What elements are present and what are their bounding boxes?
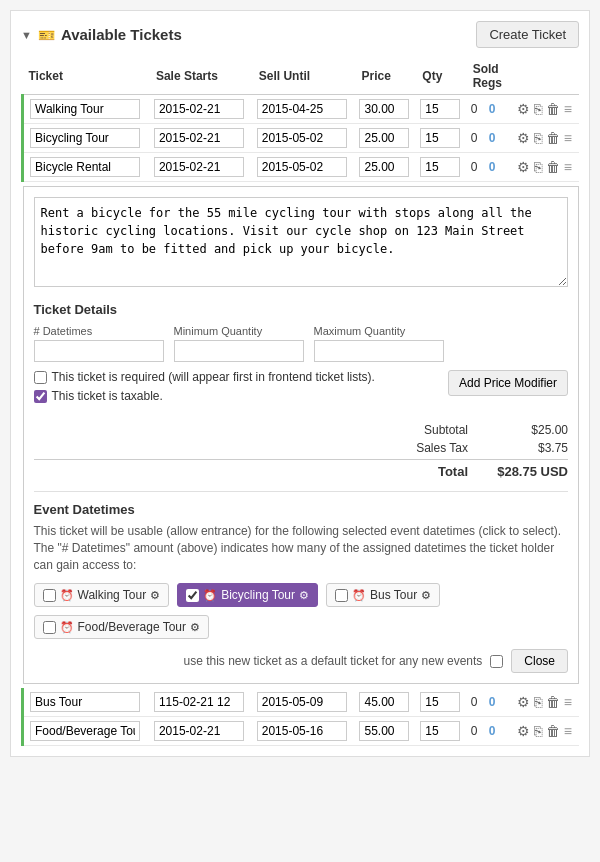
qty-input[interactable] <box>420 721 460 741</box>
drag-handle-icon[interactable]: ≡ <box>564 723 572 739</box>
col-sale-starts: Sale Starts <box>150 58 253 95</box>
ticket-name-input[interactable] <box>30 692 140 712</box>
max-qty-label: Maximum Quantity <box>314 325 444 337</box>
sell-until-input[interactable] <box>257 157 347 177</box>
sales-tax-value: $3.75 <box>488 441 568 455</box>
ticket-name-input[interactable] <box>30 721 140 741</box>
ticket-name-cell <box>23 124 150 153</box>
price-input[interactable] <box>359 99 409 119</box>
datetime-gear-icon-3[interactable]: ⚙ <box>190 621 200 634</box>
datetime-gear-icon-2[interactable]: ⚙ <box>421 589 431 602</box>
sold-regs-separator <box>481 160 484 174</box>
drag-handle-icon[interactable]: ≡ <box>564 694 572 710</box>
default-ticket-checkbox[interactable] <box>490 655 503 668</box>
ticket-name-input[interactable] <box>30 99 140 119</box>
settings-icon[interactable]: ⚙ <box>517 723 530 739</box>
copy-icon[interactable]: ⎘ <box>534 694 542 710</box>
max-qty-field: Maximum Quantity <box>314 325 444 362</box>
copy-icon[interactable]: ⎘ <box>534 159 542 175</box>
settings-icon[interactable]: ⚙ <box>517 159 530 175</box>
copy-icon[interactable]: ⎘ <box>534 130 542 146</box>
sale-starts-cell <box>150 95 253 124</box>
subtotal-row: Subtotal $25.00 <box>34 423 569 437</box>
clock-icon-0: ⏰ <box>60 589 74 602</box>
sale-starts-input[interactable] <box>154 692 244 712</box>
settings-icon[interactable]: ⚙ <box>517 694 530 710</box>
sale-starts-input[interactable] <box>154 99 244 119</box>
datetime-gear-icon-1[interactable]: ⚙ <box>299 589 309 602</box>
section-title: ▼ 🎫 Available Tickets <box>21 26 182 43</box>
create-ticket-button[interactable]: Create Ticket <box>476 21 579 48</box>
qty-input[interactable] <box>420 128 460 148</box>
taxable-checkbox-label[interactable]: This ticket is taxable. <box>34 389 375 403</box>
delete-icon[interactable]: 🗑 <box>546 694 560 710</box>
sale-starts-input[interactable] <box>154 157 244 177</box>
copy-icon[interactable]: ⎘ <box>534 723 542 739</box>
price-input[interactable] <box>359 128 409 148</box>
datetime-gear-icon-0[interactable]: ⚙ <box>150 589 160 602</box>
sale-starts-cell <box>150 124 253 153</box>
sale-starts-cell <box>150 153 253 182</box>
delete-icon[interactable]: 🗑 <box>546 130 560 146</box>
sell-until-input[interactable] <box>257 692 347 712</box>
close-button[interactable]: Close <box>511 649 568 673</box>
required-checkbox-label[interactable]: This ticket is required (will appear fir… <box>34 370 375 384</box>
delete-icon[interactable]: 🗑 <box>546 159 560 175</box>
qty-input[interactable] <box>420 692 460 712</box>
datetime-checkbox-1[interactable] <box>186 589 199 602</box>
sell-until-cell <box>253 95 356 124</box>
actions-cell: ⚙ ⎘ 🗑 ≡ <box>513 153 579 182</box>
drag-handle-icon[interactable]: ≡ <box>564 159 572 175</box>
datetime-checkbox-2[interactable] <box>335 589 348 602</box>
available-tickets-section: ▼ 🎫 Available Tickets Create Ticket Tick… <box>10 10 590 757</box>
datetime-option-1[interactable]: ⏰ Bicycling Tour ⚙ <box>177 583 318 607</box>
description-textarea[interactable]: Rent a bicycle for the 55 mile cycling t… <box>34 197 569 287</box>
sell-until-input[interactable] <box>257 99 347 119</box>
sale-starts-input[interactable] <box>154 721 244 741</box>
price-input[interactable] <box>359 692 409 712</box>
reg-count: 0 <box>489 160 496 174</box>
taxable-checkbox[interactable] <box>34 390 47 403</box>
datetime-option-label-2: Bus Tour <box>370 588 417 602</box>
subtotal-value: $25.00 <box>488 423 568 437</box>
settings-icon[interactable]: ⚙ <box>517 101 530 117</box>
drag-handle-icon[interactable]: ≡ <box>564 130 572 146</box>
delete-icon[interactable]: 🗑 <box>546 101 560 117</box>
datetimes-input[interactable] <box>34 340 164 362</box>
price-input[interactable] <box>359 157 409 177</box>
section-title-text: Available Tickets <box>61 26 182 43</box>
qty-input[interactable] <box>420 99 460 119</box>
ticket-name-cell <box>23 688 150 717</box>
datetime-checkbox-0[interactable] <box>43 589 56 602</box>
qty-input[interactable] <box>420 157 460 177</box>
copy-icon[interactable]: ⎘ <box>534 101 542 117</box>
sell-until-input[interactable] <box>257 721 347 741</box>
reg-count: 0 <box>489 131 496 145</box>
datetime-option-0[interactable]: ⏰ Walking Tour ⚙ <box>34 583 170 607</box>
collapse-triangle[interactable]: ▼ <box>21 29 32 41</box>
ticket-name-input[interactable] <box>30 157 140 177</box>
sale-starts-input[interactable] <box>154 128 244 148</box>
required-checkbox[interactable] <box>34 371 47 384</box>
table-row: 0 0 ⚙ ⎘ 🗑 ≡ <box>23 124 580 153</box>
max-qty-input[interactable] <box>314 340 444 362</box>
settings-icon[interactable]: ⚙ <box>517 130 530 146</box>
add-price-modifier-button[interactable]: Add Price Modifier <box>448 370 568 396</box>
min-qty-input[interactable] <box>174 340 304 362</box>
ticket-name-input[interactable] <box>30 128 140 148</box>
sold-regs-separator <box>481 724 484 738</box>
event-datetimes-section: Event Datetimes This ticket will be usab… <box>34 491 569 673</box>
datetime-option-3[interactable]: ⏰ Food/Beverage Tour ⚙ <box>34 615 210 639</box>
delete-icon[interactable]: 🗑 <box>546 723 560 739</box>
qty-cell <box>416 153 466 182</box>
datetime-checkbox-3[interactable] <box>43 621 56 634</box>
drag-handle-icon[interactable]: ≡ <box>564 101 572 117</box>
datetime-option-2[interactable]: ⏰ Bus Tour ⚙ <box>326 583 440 607</box>
min-qty-field: Minimum Quantity <box>174 325 304 362</box>
event-datetimes-desc: This ticket will be usable (allow entran… <box>34 523 569 573</box>
clock-icon-2: ⏰ <box>352 589 366 602</box>
qty-cell <box>416 124 466 153</box>
datetimes-label: # Datetimes <box>34 325 164 337</box>
sell-until-input[interactable] <box>257 128 347 148</box>
price-input[interactable] <box>359 721 409 741</box>
